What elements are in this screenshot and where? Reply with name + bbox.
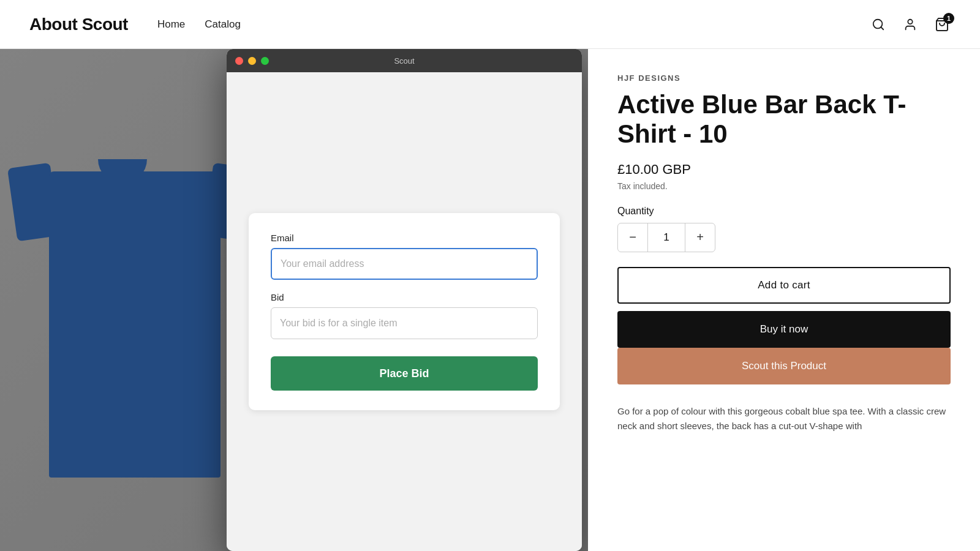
mac-maximize-button[interactable] (261, 57, 269, 65)
mac-titlebar: Scout (227, 49, 582, 72)
nav-link-home[interactable]: Home (157, 18, 185, 30)
tax-note: Tax included. (617, 181, 951, 191)
quantity-label: Quantity (617, 206, 951, 217)
nav-link-catalog[interactable]: Catalog (205, 18, 241, 30)
product-brand: HJF DESIGNS (617, 73, 951, 83)
account-icon[interactable] (902, 16, 919, 33)
email-label: Email (271, 233, 538, 243)
quantity-increase-button[interactable]: + (685, 223, 715, 252)
nav-item-home[interactable]: Home (157, 18, 185, 31)
svg-line-1 (881, 27, 883, 29)
main-content: Scout Email Bid Place Bid HJF DESIGNS (0, 49, 980, 551)
bid-field-group: Bid (271, 292, 538, 339)
cart-badge: 1 (943, 13, 954, 24)
bid-label: Bid (271, 292, 538, 302)
mac-close-button[interactable] (235, 57, 243, 65)
navbar-left: About Scout Home Catalog (29, 15, 241, 34)
mac-window: Scout Email Bid Place Bid (227, 49, 582, 551)
product-title: Active Blue Bar Back T-Shirt - 10 (617, 90, 951, 149)
add-to-cart-button[interactable]: Add to cart (617, 267, 951, 304)
search-icon[interactable] (870, 16, 887, 33)
action-buttons: Add to cart Buy it now Scout this Produc… (617, 267, 951, 384)
place-bid-button[interactable]: Place Bid (271, 356, 538, 391)
cart-icon[interactable]: 1 (933, 16, 951, 33)
mac-controls (235, 57, 269, 65)
svg-point-2 (908, 19, 912, 23)
email-field-group: Email (271, 233, 538, 280)
scout-product-button[interactable]: Scout this Product (617, 348, 951, 384)
buy-scout-group: Buy it now Scout this Product (617, 311, 951, 384)
mac-window-content: Email Bid Place Bid (227, 72, 582, 551)
mac-window-title: Scout (394, 56, 414, 66)
navbar: About Scout Home Catalog 1 (0, 0, 980, 49)
product-info-area: HJF DESIGNS Active Blue Bar Back T-Shirt… (588, 49, 980, 551)
product-price: £10.00 GBP (617, 162, 951, 178)
email-input[interactable] (271, 248, 538, 280)
bid-form: Email Bid Place Bid (249, 213, 560, 410)
navbar-right: 1 (870, 16, 951, 33)
brand-logo[interactable]: About Scout (29, 15, 128, 34)
quantity-value: 1 (647, 223, 685, 252)
bid-input[interactable] (271, 307, 538, 339)
nav-item-catalog[interactable]: Catalog (205, 18, 241, 31)
nav-links: Home Catalog (157, 18, 241, 31)
product-description: Go for a pop of colour with this gorgeou… (617, 404, 951, 433)
product-image-area: Scout Email Bid Place Bid (0, 49, 588, 551)
quantity-control: − 1 + (617, 223, 715, 252)
mac-minimize-button[interactable] (248, 57, 256, 65)
quantity-decrease-button[interactable]: − (618, 223, 647, 252)
buy-now-button[interactable]: Buy it now (617, 311, 951, 348)
